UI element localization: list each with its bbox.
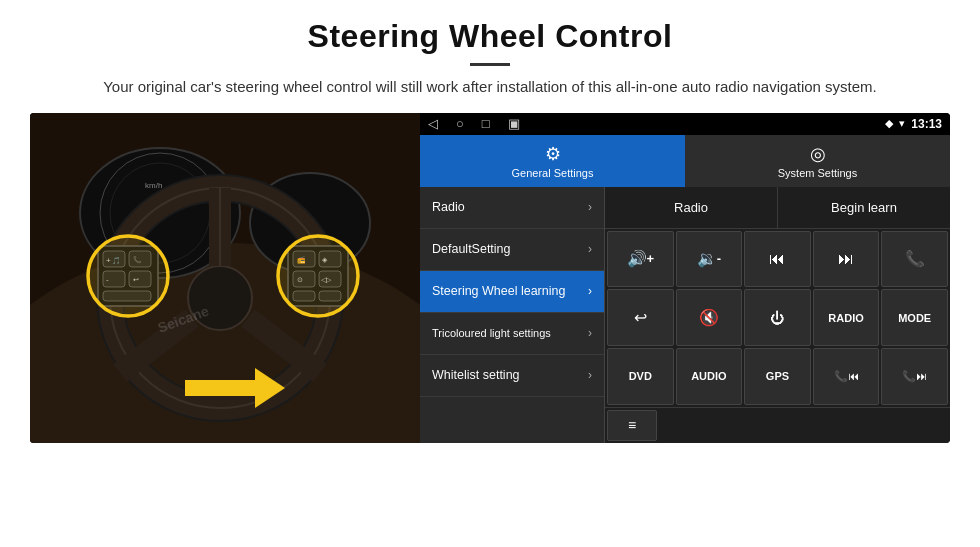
mute-button[interactable]: 🔇 — [676, 289, 743, 346]
controls-row-3: DVD AUDIO GPS 📞⏮ — [607, 348, 948, 405]
controls-row-2: ↩ 🔇 ⏻ RADIO MOD — [607, 289, 948, 346]
power-icon: ⏻ — [770, 310, 784, 326]
begin-learn-label: Begin learn — [831, 200, 897, 215]
audio-button[interactable]: AUDIO — [676, 348, 743, 405]
vol-down-label: - — [717, 251, 721, 266]
list-icon-button[interactable]: ≡ — [607, 410, 657, 441]
begin-learn-button[interactable]: Begin learn — [778, 187, 950, 228]
back-icon[interactable]: ◁ — [428, 116, 438, 131]
svg-point-38 — [88, 236, 168, 316]
mode-button[interactable]: MODE — [881, 289, 948, 346]
menu-steering-arrow: › — [588, 284, 592, 298]
menu-whitelist-arrow: › — [588, 368, 592, 382]
svg-text:km/h: km/h — [145, 181, 162, 190]
home-icon[interactable]: ○ — [456, 116, 464, 131]
hang-up-icon: ↩ — [634, 308, 647, 327]
menu-item-default[interactable]: DefaultSetting › — [420, 229, 604, 271]
menu-radio-label: Radio — [432, 200, 465, 214]
tab-bar: ⚙ General Settings ◎ System Settings — [420, 135, 950, 187]
prev-track-icon: ⏮ — [769, 250, 785, 268]
content-area: km/h — [30, 113, 950, 443]
phone-icon: 📞 — [905, 249, 925, 268]
next-track-button[interactable]: ⏭ — [813, 231, 880, 288]
menu-default-arrow: › — [588, 242, 592, 256]
title-section: Steering Wheel Control Your original car… — [30, 18, 950, 99]
next-track-icon: ⏭ — [838, 250, 854, 268]
general-settings-icon: ⚙ — [545, 143, 561, 165]
list-icon: ≡ — [628, 417, 636, 433]
menu-tricoloured-label: Tricoloured light settings — [432, 327, 551, 339]
tel-prev-icon: 📞⏮ — [834, 370, 859, 383]
tab-system[interactable]: ◎ System Settings — [685, 135, 950, 187]
bottom-row: ≡ — [605, 407, 950, 443]
prev-track-button[interactable]: ⏮ — [744, 231, 811, 288]
menu-item-tricoloured[interactable]: Tricoloured light settings › — [420, 313, 604, 355]
signal-icon: ▾ — [899, 117, 905, 130]
tel-next-button[interactable]: 📞⏭ — [881, 348, 948, 405]
menu-tricoloured-arrow: › — [588, 326, 592, 340]
power-button[interactable]: ⏻ — [744, 289, 811, 346]
menu-whitelist-label: Whitelist setting — [432, 368, 520, 382]
status-bar: ◁ ○ □ ▣ ◆ ▾ 13:13 — [420, 113, 950, 135]
menu-item-radio[interactable]: Radio › — [420, 187, 604, 229]
mute-icon: 🔇 — [699, 308, 719, 327]
dvd-label: DVD — [629, 370, 652, 382]
menu-item-steering[interactable]: Steering Wheel learning › — [420, 271, 604, 313]
mode-label: MODE — [898, 312, 931, 324]
menu-default-label: DefaultSetting — [432, 242, 511, 256]
clock: 13:13 — [911, 117, 942, 131]
tab-system-label: System Settings — [778, 167, 857, 179]
menu-item-whitelist[interactable]: Whitelist setting › — [420, 355, 604, 397]
status-icons: ◆ ▾ 13:13 — [885, 117, 942, 131]
page-title: Steering Wheel Control — [30, 18, 950, 55]
vol-down-icon: 🔉 — [697, 249, 717, 268]
tab-general[interactable]: ⚙ General Settings — [420, 135, 685, 187]
tel-prev-button[interactable]: 📞⏮ — [813, 348, 880, 405]
controls-grid: 🔊 + 🔉 - ⏮ ⏭ — [605, 229, 950, 407]
top-row: Radio Begin learn — [605, 187, 950, 229]
recents-icon[interactable]: □ — [482, 116, 490, 131]
radio-mode-button[interactable]: RADIO — [813, 289, 880, 346]
menu-area: Radio › DefaultSetting › Steering Wheel … — [420, 187, 950, 443]
radio-section: Radio — [605, 187, 778, 228]
car-image: km/h — [30, 113, 420, 443]
android-panel: ◁ ○ □ ▣ ◆ ▾ 13:13 ⚙ General Settings — [420, 113, 950, 443]
phone-button[interactable]: 📞 — [881, 231, 948, 288]
nav-icons: ◁ ○ □ ▣ — [428, 116, 520, 131]
menu-icon[interactable]: ▣ — [508, 116, 520, 131]
right-panel: Radio Begin learn 🔊 + — [605, 187, 950, 443]
title-divider — [470, 63, 510, 66]
hang-up-button[interactable]: ↩ — [607, 289, 674, 346]
tab-general-label: General Settings — [512, 167, 594, 179]
radio-mode-label: RADIO — [828, 312, 863, 324]
vol-down-button[interactable]: 🔉 - — [676, 231, 743, 288]
subtitle: Your original car's steering wheel contr… — [90, 76, 890, 99]
dvd-button[interactable]: DVD — [607, 348, 674, 405]
system-settings-icon: ◎ — [810, 143, 826, 165]
location-icon: ◆ — [885, 117, 893, 130]
menu-steering-label: Steering Wheel learning — [432, 284, 565, 298]
left-menu: Radio › DefaultSetting › Steering Wheel … — [420, 187, 605, 443]
tel-next-icon: 📞⏭ — [902, 370, 927, 383]
menu-radio-arrow: › — [588, 200, 592, 214]
audio-label: AUDIO — [691, 370, 726, 382]
gps-button[interactable]: GPS — [744, 348, 811, 405]
vol-up-icon: 🔊 — [627, 249, 647, 268]
controls-row-1: 🔊 + 🔉 - ⏮ ⏭ — [607, 231, 948, 288]
svg-point-39 — [278, 236, 358, 316]
vol-up-label: + — [647, 251, 655, 266]
vol-up-button[interactable]: 🔊 + — [607, 231, 674, 288]
gps-label: GPS — [766, 370, 789, 382]
radio-label: Radio — [674, 200, 708, 215]
